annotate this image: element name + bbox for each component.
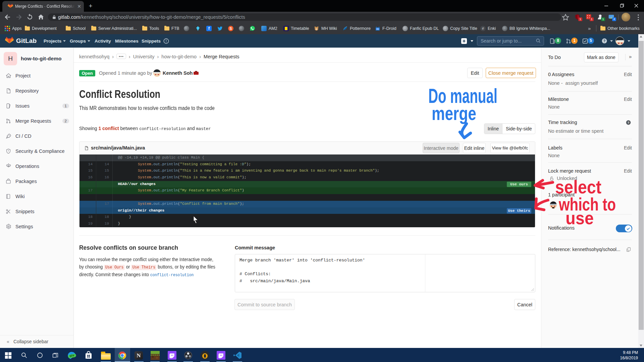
svg-text:?: ?	[603, 39, 605, 43]
svg-text:?: ?	[628, 121, 630, 124]
